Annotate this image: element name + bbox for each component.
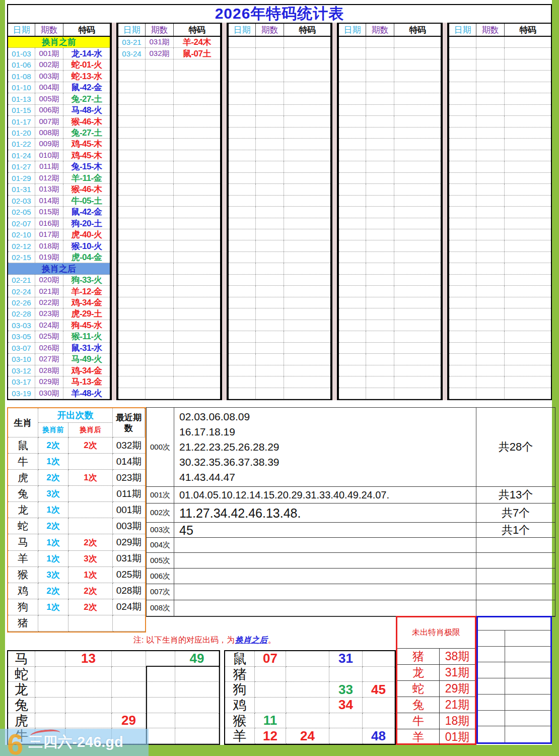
blue-box-cell (505, 726, 550, 742)
date-cell (118, 218, 146, 229)
date-cell (339, 365, 366, 376)
code-cell (394, 196, 441, 206)
frequency-label: 003次 (147, 523, 174, 538)
blue-box-row (478, 647, 550, 663)
frequency-numbers (174, 553, 476, 569)
table-row (339, 173, 441, 184)
date-cell (229, 82, 256, 93)
date-cell: 01-10 (8, 82, 35, 93)
date-cell (449, 286, 476, 296)
date-cell (339, 229, 366, 240)
main-table-group-5: 日期期数特码 (448, 23, 552, 400)
table-row (339, 59, 441, 71)
stats-recent-cell: 014期 (113, 454, 145, 470)
period-cell (146, 297, 174, 308)
date-cell (449, 229, 476, 240)
code-cell (394, 207, 441, 217)
main-table-group-2: 日期期数特码03-21031期羊-24木03-24032期鼠-07土 (117, 23, 221, 400)
date-cell: 01-08 (8, 71, 35, 81)
period-cell: 002期 (35, 59, 63, 70)
table-row (229, 93, 330, 104)
date-cell (449, 343, 476, 353)
table-row: 03-05025期猴-11-火 (8, 331, 110, 342)
code-cell (284, 286, 330, 296)
table-row: 01-20008期兔-27-土 (8, 128, 110, 139)
table-row (339, 376, 441, 388)
table-row (339, 71, 441, 82)
code-cell: 龙-14-水 (63, 48, 110, 58)
code-cell (284, 59, 330, 70)
period-cell (256, 150, 284, 161)
period-cell (256, 82, 284, 93)
blue-box-row (478, 726, 550, 742)
code-cell: 羊-48-火 (63, 388, 110, 399)
date-cell (339, 37, 366, 47)
zodiac-value-cell (286, 667, 329, 682)
code-cell (505, 105, 551, 115)
code-cell (394, 252, 441, 263)
date-cell (118, 286, 146, 296)
table-row (339, 37, 441, 48)
code-cell: 狗-45-水 (63, 320, 110, 331)
table-row (229, 365, 330, 376)
code-cell (284, 218, 330, 229)
frequency-label: 000次 (147, 408, 174, 487)
column-header-row: 日期期数特码 (8, 24, 110, 37)
code-cell (174, 116, 220, 127)
period-cell (366, 218, 394, 229)
date-cell: 02-05 (8, 207, 35, 217)
stats-zodiac-cell: 兔 (8, 486, 38, 502)
period-cell (256, 331, 284, 342)
date-cell (118, 139, 146, 149)
code-cell (284, 343, 330, 353)
table-row (118, 139, 220, 150)
zodiac-name-cell: 虎 (8, 713, 35, 729)
zodiac-name-cell: 狗 (225, 682, 255, 698)
limit-zodiac-cell: 猪 (397, 649, 440, 664)
zodiac-value-cell (363, 713, 395, 729)
code-cell (174, 275, 220, 285)
frequency-numbers: 11.27.34.42.46.13.48. (174, 503, 476, 523)
date-cell: 02-26 (8, 297, 35, 308)
period-cell: 024期 (35, 320, 63, 331)
date-cell (229, 150, 256, 161)
code-cell (284, 229, 330, 240)
period-cell (366, 229, 394, 240)
period-cell (146, 71, 174, 81)
period-cell (256, 320, 284, 331)
period-cell: 013期 (35, 184, 63, 195)
limit-period-cell: 31期 (440, 665, 475, 680)
table-row: 01-29012期羊-11-金 (8, 173, 110, 184)
limit-zodiac-cell: 兔 (397, 697, 440, 713)
code-cell (505, 263, 551, 274)
table-row (449, 207, 551, 218)
frequency-label: 004次 (147, 538, 174, 553)
frequency-numbers: 02.03.06.08.0916.17.18.1921.22.23.25.26.… (174, 408, 476, 487)
period-cell (256, 218, 284, 229)
zodiac-value-cell: 11 (255, 713, 286, 729)
date-cell (339, 354, 366, 364)
frequency-count: 共1个 (476, 523, 555, 538)
code-cell (174, 82, 220, 93)
period-cell (146, 128, 174, 138)
blue-box-cell (478, 647, 505, 662)
date-cell (229, 354, 256, 364)
period-cell (366, 139, 394, 149)
table-row: 02-10017期虎-40-火 (8, 229, 110, 240)
stats-recent-cell: 024期 (113, 599, 145, 615)
code-cell (394, 116, 441, 127)
code-cell (284, 263, 330, 274)
table-row (118, 196, 220, 207)
code-cell: 兔-27-土 (63, 93, 110, 104)
date-cell (339, 196, 366, 206)
table-row (449, 59, 551, 71)
period-cell (256, 48, 284, 58)
column-header-row: 日期期数特码 (118, 24, 220, 37)
date-cell (118, 388, 146, 399)
period-cell: 014期 (35, 196, 63, 206)
frequency-count: 共7个 (476, 503, 555, 523)
date-cell: 01-27 (8, 161, 35, 172)
table-row (339, 354, 441, 365)
period-cell (366, 105, 394, 115)
code-cell: 猴-46-木 (63, 116, 110, 127)
